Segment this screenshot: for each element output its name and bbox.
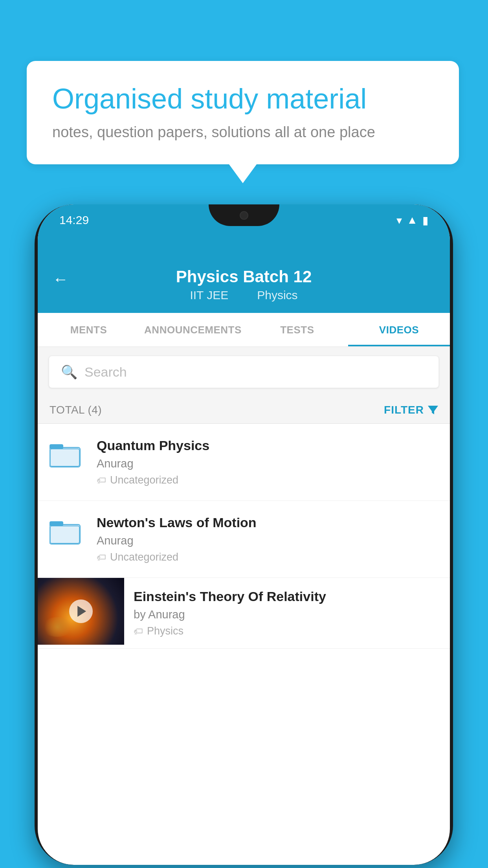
battery-icon: ▮ xyxy=(422,214,428,227)
filter-label: FILTER xyxy=(384,404,424,416)
header-subtitle: IIT JEE Physics xyxy=(38,289,450,302)
video-title: Quantum Physics xyxy=(97,438,438,453)
video-thumbnail xyxy=(38,578,124,645)
folder-icon-wrap xyxy=(50,517,85,546)
search-bar[interactable]: 🔍 Search xyxy=(49,356,439,388)
video-title: Einstein's Theory Of Relativity xyxy=(134,589,438,604)
video-info: Einstein's Theory Of Relativity by Anura… xyxy=(124,578,450,648)
folder-icon-wrap xyxy=(50,440,85,469)
list-item[interactable]: Quantum Physics Anurag 🏷 Uncategorized xyxy=(38,424,450,501)
tag-icon: 🏷 xyxy=(97,475,106,486)
phone-frame: 14:29 ▾ ▲ ▮ ← Physics Batch 12 IIT JEE P… xyxy=(35,204,453,865)
phone-notch xyxy=(209,204,279,226)
subtitle-physics: Physics xyxy=(257,289,297,302)
svg-marker-0 xyxy=(428,406,438,414)
tab-ments[interactable]: MENTS xyxy=(38,313,139,346)
tab-announcements[interactable]: ANNOUNCEMENTS xyxy=(139,313,246,346)
subtitle-iitjee: IIT JEE xyxy=(190,289,228,302)
app-header: ← Physics Batch 12 IIT JEE Physics xyxy=(38,236,450,313)
filter-bar: TOTAL (4) FILTER xyxy=(38,397,450,424)
tag-icon: 🏷 xyxy=(97,552,106,563)
signal-icon: ▲ xyxy=(407,214,418,226)
svg-rect-2 xyxy=(50,444,63,449)
play-icon xyxy=(77,606,86,617)
tag-label: Physics xyxy=(147,625,183,637)
folder-icon xyxy=(50,517,81,545)
video-tag: 🏷 Uncategorized xyxy=(97,474,438,486)
filter-icon xyxy=(428,406,438,414)
back-button[interactable]: ← xyxy=(53,270,68,288)
list-item[interactable]: Newton's Laws of Motion Anurag 🏷 Uncateg… xyxy=(38,501,450,578)
svg-rect-3 xyxy=(50,449,79,466)
phone-screen: 14:29 ▾ ▲ ▮ ← Physics Batch 12 IIT JEE P… xyxy=(38,204,450,865)
speech-bubble: Organised study material notes, question… xyxy=(27,61,459,164)
status-time: 14:29 xyxy=(59,213,89,227)
video-tag: 🏷 Uncategorized xyxy=(97,551,438,563)
wifi-icon: ▾ xyxy=(396,214,402,227)
video-info: Quantum Physics Anurag 🏷 Uncategorized xyxy=(97,438,438,486)
bubble-title: Organised study material xyxy=(52,83,433,115)
tag-label: Uncategorized xyxy=(110,551,178,563)
tab-videos[interactable]: VIDEOS xyxy=(348,313,450,346)
front-camera xyxy=(240,211,248,220)
search-input[interactable]: Search xyxy=(84,364,127,380)
filter-button[interactable]: FILTER xyxy=(384,404,438,416)
tag-icon: 🏷 xyxy=(134,626,143,637)
video-author: Anurag xyxy=(97,534,438,547)
thumb-glow xyxy=(42,617,73,637)
video-tag: 🏷 Physics xyxy=(134,625,438,637)
subtitle-separator xyxy=(241,289,248,302)
video-author: Anurag xyxy=(97,457,438,470)
video-author: by Anurag xyxy=(134,608,438,621)
tag-label: Uncategorized xyxy=(110,474,178,486)
list-item[interactable]: Einstein's Theory Of Relativity by Anura… xyxy=(38,578,450,649)
screen-title: Physics Batch 12 xyxy=(38,267,450,286)
video-info: Newton's Laws of Motion Anurag 🏷 Uncateg… xyxy=(97,515,438,563)
tabs-bar: MENTS ANNOUNCEMENTS TESTS VIDEOS xyxy=(38,313,450,347)
tab-tests[interactable]: TESTS xyxy=(246,313,348,346)
search-container: 🔍 Search xyxy=(38,347,450,397)
bubble-subtitle: notes, question papers, solutions all at… xyxy=(52,124,433,141)
folder-icon xyxy=(50,440,81,468)
search-icon: 🔍 xyxy=(61,364,77,380)
svg-rect-6 xyxy=(50,526,79,543)
status-icons: ▾ ▲ ▮ xyxy=(396,214,428,227)
total-count: TOTAL (4) xyxy=(50,404,102,416)
svg-rect-5 xyxy=(50,521,63,526)
video-title: Newton's Laws of Motion xyxy=(97,515,438,530)
video-list: Quantum Physics Anurag 🏷 Uncategorized xyxy=(38,424,450,649)
